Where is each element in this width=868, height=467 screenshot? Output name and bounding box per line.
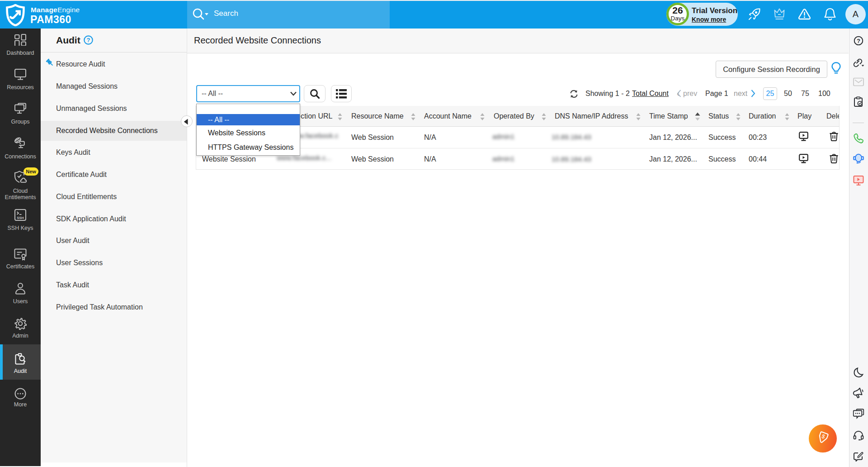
svg-text:$: $ <box>821 433 826 440</box>
svg-text:?: ? <box>857 38 860 44</box>
svg-text:SSH: SSH <box>17 216 24 220</box>
